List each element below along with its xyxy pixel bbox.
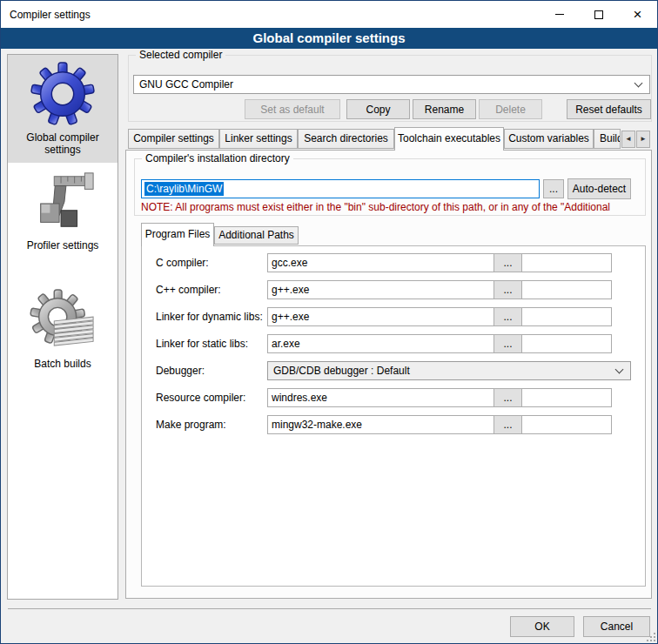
browse-directory-button[interactable]: ... [543, 179, 564, 198]
resource-compiler-browse-button[interactable]: ... [494, 388, 522, 407]
toolchain-executables-page: Compiler's installation directory C:\ray… [125, 150, 652, 599]
tab-scroll-right-button[interactable]: ► [636, 131, 650, 148]
make-program-label: Make program: [156, 419, 226, 431]
dynamic-linker-input[interactable] [267, 307, 612, 326]
dynamic-linker-browse-button[interactable]: ... [494, 307, 522, 326]
static-linker-input[interactable] [267, 334, 612, 353]
c-compiler-row: C compiler: ... [142, 253, 645, 272]
bin-subdirectory-note: NOTE: All programs must exist either in … [141, 201, 639, 213]
installation-directory-input[interactable]: C:\raylib\MinGW [141, 179, 540, 198]
ok-button[interactable]: OK [510, 616, 574, 637]
static-linker-browse-button[interactable]: ... [494, 334, 522, 353]
title-bar[interactable]: Compiler settings × [1, 1, 657, 28]
minimize-icon [555, 14, 564, 15]
gray-gear-stack-icon [29, 286, 97, 354]
sidebar-item-profiler-settings[interactable]: Profiler settings [8, 163, 118, 258]
copy-button[interactable]: Copy [346, 99, 410, 119]
tab-toolchain-executables[interactable]: Toolchain executables [394, 127, 504, 151]
tab-custom-variables[interactable]: Custom variables [504, 129, 594, 149]
sidebar-item-global-compiler-settings[interactable]: Global compiler settings [8, 55, 118, 163]
cpp-compiler-label: C++ compiler: [156, 284, 221, 296]
debugger-label: Debugger: [156, 365, 205, 377]
chevron-down-icon [615, 366, 624, 374]
resource-compiler-label: Resource compiler: [156, 392, 245, 404]
set-as-default-button[interactable]: Set as default [245, 99, 340, 119]
tab-search-directories[interactable]: Search directories [298, 129, 394, 149]
tab-scroll-left-button[interactable]: ◄ [621, 131, 635, 148]
cpp-compiler-row: C++ compiler: ... [142, 280, 645, 299]
sidebar-item-label: Profiler settings [27, 239, 99, 252]
c-compiler-browse-button[interactable]: ... [494, 253, 522, 272]
selected-compiler-group-label: Selected compiler [136, 49, 225, 61]
sidebar-item-label: Batch builds [34, 358, 91, 370]
cpp-compiler-browse-button[interactable]: ... [494, 280, 522, 299]
resource-compiler-input[interactable] [267, 388, 612, 407]
cancel-button[interactable]: Cancel [583, 616, 650, 637]
maximize-button[interactable] [579, 1, 618, 28]
compiler-select[interactable]: GNU GCC Compiler [133, 75, 650, 94]
c-compiler-input[interactable] [267, 253, 612, 272]
static-linker-row: Linker for static libs: ... [142, 334, 645, 353]
make-program-row: Make program: ... [142, 415, 645, 434]
page-title: Global compiler settings [1, 28, 657, 49]
minimize-button[interactable] [540, 1, 579, 28]
blue-gear-icon [29, 60, 97, 128]
rename-button[interactable]: Rename [413, 99, 476, 119]
arrow-right-icon: ► [640, 135, 647, 143]
c-compiler-label: C compiler: [156, 257, 209, 269]
debugger-select[interactable]: GDB/CDB debugger : Default [267, 361, 631, 380]
settings-category-list: Global compiler settings Profiler settin… [7, 54, 118, 600]
dynamic-linker-row: Linker for dynamic libs: ... [142, 307, 645, 326]
installation-directory-group-label: Compiler's installation directory [142, 152, 293, 164]
resize-grip[interactable] [647, 633, 655, 641]
make-program-browse-button[interactable]: ... [494, 415, 522, 434]
sidebar-item-batch-builds[interactable]: Batch builds [8, 281, 118, 377]
delete-button[interactable]: Delete [479, 99, 542, 119]
window-title: Compiler settings [1, 9, 91, 21]
tab-build-options[interactable]: Build options [594, 129, 621, 149]
maximize-icon [594, 10, 603, 19]
close-icon: × [634, 7, 642, 22]
installation-directory-selected-text: C:\raylib\MinGW [144, 182, 224, 196]
arrow-left-icon: ◄ [625, 135, 632, 143]
program-files-page: C compiler: ... C++ compiler: ... Linker… [141, 245, 646, 587]
cpp-compiler-input[interactable] [267, 280, 612, 299]
caliper-icon [29, 168, 97, 236]
dynamic-linker-label: Linker for dynamic libs: [156, 311, 263, 323]
subtab-program-files[interactable]: Program Files [141, 223, 214, 246]
close-button[interactable]: × [618, 1, 657, 28]
resource-compiler-row: Resource compiler: ... [142, 388, 645, 407]
footer-divider [8, 608, 651, 609]
subtab-additional-paths[interactable]: Additional Paths [214, 226, 299, 245]
debugger-select-value: GDB/CDB debugger : Default [273, 365, 410, 377]
tab-linker-settings[interactable]: Linker settings [219, 129, 298, 149]
compiler-select-value: GNU GCC Compiler [139, 78, 233, 91]
reset-defaults-button[interactable]: Reset defaults [567, 99, 651, 119]
auto-detect-button[interactable]: Auto-detect [567, 178, 631, 199]
make-program-input[interactable] [267, 415, 612, 434]
tab-compiler-settings[interactable]: Compiler settings [128, 129, 219, 149]
compiler-settings-dialog: Compiler settings × Global compiler sett… [0, 0, 658, 644]
chevron-down-icon [634, 79, 643, 88]
static-linker-label: Linker for static libs: [156, 338, 248, 350]
debugger-row: Debugger: GDB/CDB debugger : Default [142, 361, 645, 380]
sidebar-item-label: Global compiler settings [10, 131, 116, 156]
